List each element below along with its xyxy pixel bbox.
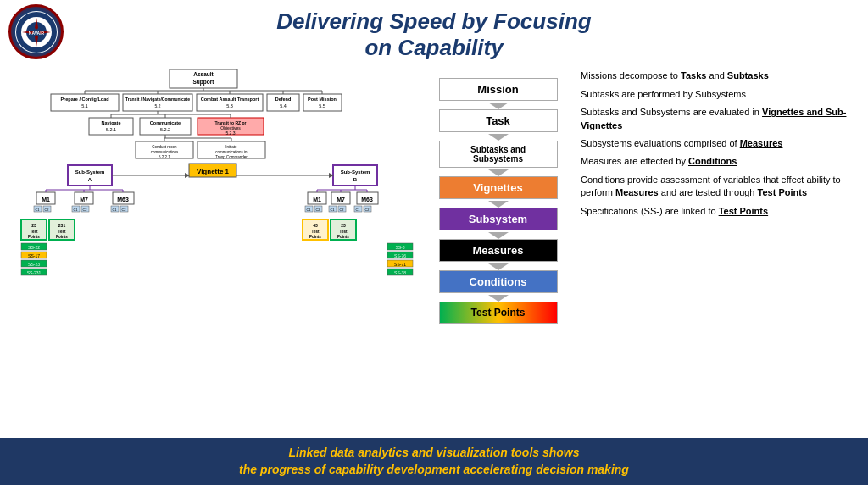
text-panel: Missions decompose to Tasks and Subtasks…: [572, 65, 864, 438]
svg-text:5.2: 5.2: [155, 103, 161, 108]
svg-text:5.2.1: 5.2.1: [106, 127, 116, 132]
svg-text:Support: Support: [193, 79, 215, 86]
svg-text:C1: C1: [306, 208, 311, 212]
svg-rect-86: [120, 206, 128, 212]
main-content: Assault Support Prepare / Config/Load 5.…: [0, 65, 868, 438]
svg-text:C2: C2: [315, 208, 320, 212]
svg-rect-136: [387, 269, 413, 275]
svg-text:Test: Test: [312, 230, 320, 234]
svg-text:23: 23: [341, 223, 346, 228]
svg-text:Test: Test: [31, 230, 38, 234]
svg-text:SS-231: SS-231: [27, 270, 42, 275]
hv-conditions: Conditions: [439, 270, 558, 293]
svg-text:SS-8: SS-8: [395, 245, 404, 250]
svg-text:M7: M7: [337, 197, 345, 202]
svg-text:SS-23: SS-23: [28, 262, 40, 267]
svg-rect-74: [113, 192, 134, 204]
diagram-area: Assault Support Prepare / Config/Load 5.…: [4, 65, 428, 438]
svg-text:Objectives: Objectives: [220, 125, 241, 130]
svg-rect-100: [21, 260, 47, 267]
svg-text:SS-38: SS-38: [394, 270, 406, 275]
svg-text:Points: Points: [337, 235, 349, 239]
svg-rect-76: [34, 206, 42, 212]
svg-rect-126: [331, 219, 356, 240]
svg-text:M63: M63: [361, 197, 373, 202]
svg-rect-80: [72, 206, 80, 212]
svg-rect-88: [21, 219, 47, 240]
logo-inner: NAVAIR: [15, 11, 58, 53]
svg-rect-130: [387, 243, 413, 250]
svg-text:5.3: 5.3: [226, 103, 233, 108]
svg-text:C2: C2: [364, 208, 370, 212]
svg-text:SS-76: SS-76: [394, 253, 406, 258]
svg-rect-72: [75, 192, 93, 204]
svg-rect-108: [357, 192, 378, 204]
svg-text:Transit / Navigate/Communicate: Transit / Navigate/Communicate: [125, 97, 190, 102]
svg-rect-48: [136, 141, 193, 158]
header: NAVAIR Delivering Speed by Focusing on C…: [0, 0, 868, 65]
bottom-banner: Linked data analytics and visualization …: [0, 438, 868, 485]
svg-rect-63: [333, 165, 377, 186]
svg-rect-14: [123, 94, 192, 111]
svg-text:5.5: 5.5: [319, 103, 326, 108]
svg-text:Prepare / Config/Load: Prepare / Config/Load: [60, 97, 108, 102]
svg-text:C2: C2: [121, 208, 126, 212]
svg-text:5.2.2.1: 5.2.2.1: [159, 155, 170, 159]
hv-subsystem: Subsystem: [439, 208, 558, 230]
svg-rect-78: [43, 206, 51, 212]
svg-text:Points: Points: [309, 235, 321, 239]
navair-logo-text: NAVAIR: [8, 484, 77, 488]
svg-rect-11: [51, 94, 119, 111]
svg-rect-36: [140, 118, 191, 135]
svg-text:C2: C2: [339, 208, 344, 212]
svg-text:M63: M63: [117, 197, 129, 202]
svg-text:M7: M7: [80, 197, 88, 202]
svg-text:Sub-System: Sub-System: [341, 169, 370, 175]
svg-rect-104: [308, 192, 326, 204]
svg-text:Troop Commander: Troop Commander: [215, 155, 248, 159]
svg-rect-132: [387, 252, 413, 258]
svg-rect-112: [314, 206, 322, 212]
svg-rect-114: [329, 206, 337, 212]
logo: NAVAIR: [8, 4, 64, 59]
text-item-5: Measures are effected by Conditions: [581, 155, 855, 168]
text-item-3: Subtasks and Subsystems are evaluated in…: [581, 106, 855, 132]
svg-text:communications in: communications in: [215, 150, 248, 154]
footer: NAVAIR NAWCAD Public Release 2019-376 Ap…: [0, 485, 868, 488]
svg-rect-110: [305, 206, 313, 212]
svg-text:C1: C1: [73, 208, 78, 212]
page-title: Delivering Speed by Focusing on Capabili…: [0, 8, 868, 61]
svg-text:23: 23: [31, 223, 36, 228]
svg-text:C2: C2: [44, 208, 49, 212]
svg-text:Defend: Defend: [275, 97, 292, 102]
hv-subtasks: Subtasks andSubsystems: [439, 141, 558, 168]
hv-testpoints: Test Points: [439, 302, 558, 324]
svg-rect-92: [49, 219, 75, 240]
svg-text:Test: Test: [340, 230, 348, 234]
svg-text:C1: C1: [112, 208, 117, 212]
text-item-4: Subsystems evaluations comprised of Meas…: [581, 137, 855, 150]
svg-text:Sub-System: Sub-System: [75, 169, 105, 175]
svg-text:communications: communications: [151, 150, 179, 154]
svg-rect-82: [81, 206, 89, 212]
svg-rect-102: [21, 269, 47, 275]
svg-text:5.2.3: 5.2.3: [225, 130, 235, 136]
hv-task: Task: [439, 109, 558, 132]
svg-rect-52: [198, 141, 265, 158]
svg-rect-96: [21, 243, 47, 250]
svg-text:NAVAIR: NAVAIR: [28, 30, 44, 36]
svg-rect-134: [387, 260, 413, 267]
svg-rect-23: [303, 94, 342, 111]
svg-rect-122: [303, 219, 328, 240]
svg-rect-17: [197, 94, 263, 111]
hv-vignettes: Vignettes: [439, 176, 558, 199]
svg-text:C1: C1: [35, 208, 40, 212]
svg-text:Initiate: Initiate: [225, 145, 237, 149]
svg-text:B: B: [353, 177, 358, 182]
svg-text:M1: M1: [42, 197, 50, 202]
svg-text:5.2.2: 5.2.2: [160, 127, 170, 132]
svg-rect-118: [354, 206, 362, 212]
svg-text:C1: C1: [330, 208, 335, 212]
text-item-1: Missions decompose to Tasks and Subtasks: [581, 69, 855, 82]
svg-text:SS-22: SS-22: [28, 245, 40, 250]
